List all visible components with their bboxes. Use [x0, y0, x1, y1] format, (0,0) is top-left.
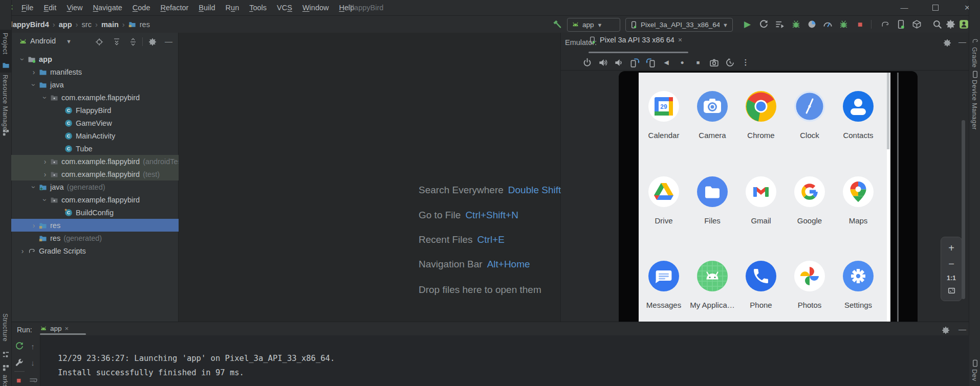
up-icon[interactable]: ↑ — [28, 342, 37, 351]
tree-row-com-example-flappybird[interactable]: ›com.example.flappybird — [11, 193, 207, 206]
hide-icon[interactable]: — — [959, 325, 966, 333]
app-messages[interactable]: Messages — [639, 260, 689, 309]
app-settings[interactable]: Settings — [833, 260, 883, 309]
phone-screen[interactable]: 29CalendarCameraChromeClockContactsDrive… — [639, 73, 890, 322]
attach-debugger-icon[interactable] — [839, 19, 848, 29]
sidebar-item-structure[interactable]: Structure — [2, 313, 9, 342]
app-google[interactable]: Google — [785, 175, 835, 225]
debug-icon[interactable] — [791, 19, 801, 29]
tree-expand-arrow[interactable]: › — [40, 170, 50, 178]
tree-expand-arrow[interactable]: › — [29, 68, 39, 76]
close-icon[interactable]: × — [678, 36, 682, 44]
profiler-icon[interactable] — [823, 19, 833, 29]
menu-edit[interactable]: Edit — [38, 0, 61, 15]
tree-row-manifests[interactable]: ›manifests — [11, 65, 195, 78]
device-manager-icon[interactable] — [896, 19, 906, 29]
menu-window[interactable]: Window — [297, 0, 334, 15]
screenshot-icon[interactable] — [709, 58, 719, 67]
tree-row-com-example-flappybird[interactable]: ›com.example.flappybird(test) — [11, 168, 207, 180]
tree-row-com-example-flappybird[interactable]: ›com.example.flappybird(androidTest) — [11, 155, 207, 168]
breadcrumb-app[interactable]: app — [59, 20, 72, 29]
app-drawer-scrollbar[interactable] — [887, 73, 889, 322]
app-my-applica-[interactable]: My Applica… — [687, 260, 737, 309]
tree-collapse-arrow[interactable]: › — [30, 182, 38, 192]
device-selector[interactable]: Pixel_3a_API_33_x86_64 ▼ — [625, 18, 733, 32]
tree-expand-arrow[interactable]: › — [29, 221, 39, 230]
app-files[interactable]: Files — [687, 175, 737, 225]
hammer-icon[interactable] — [552, 19, 562, 29]
rotate-left-icon[interactable] — [629, 58, 640, 67]
app-clock[interactable]: Clock — [785, 90, 835, 140]
device-explorer-icon[interactable] — [971, 359, 979, 367]
tree-expand-arrow[interactable]: › — [17, 247, 28, 255]
menu-vcs[interactable]: VCS — [272, 0, 297, 15]
zoom-out-button[interactable]: − — [941, 258, 962, 270]
back-icon[interactable]: ◀ — [661, 59, 671, 66]
tree-row-res[interactable]: ›res(generated) — [11, 232, 195, 244]
tree-collapse-arrow[interactable]: › — [41, 93, 49, 103]
run-console[interactable]: 12/29 23:36:27: Launching 'app' on Pixel… — [40, 335, 969, 386]
device-manager-phone-icon[interactable] — [971, 71, 979, 78]
menu-navigate[interactable]: Navigate — [88, 0, 127, 15]
resource-manager-icon[interactable] — [2, 129, 10, 137]
settings-icon[interactable] — [946, 19, 955, 29]
snapshots-icon[interactable] — [725, 58, 735, 67]
power-icon[interactable] — [582, 58, 592, 67]
minimize-icon[interactable]: — — [896, 0, 913, 15]
sidebar-item-project[interactable]: Project — [2, 33, 9, 54]
zoom-in-button[interactable]: + — [941, 242, 962, 254]
tree-collapse-arrow[interactable]: › — [30, 80, 38, 90]
bookmarks-icon[interactable] — [2, 364, 10, 372]
avatar-icon[interactable] — [959, 19, 969, 29]
menu-run[interactable]: Run — [221, 0, 245, 15]
gear-icon[interactable] — [941, 326, 950, 335]
app-gmail[interactable]: Gmail — [736, 175, 786, 225]
app-camera[interactable]: Camera — [687, 90, 737, 140]
breadcrumb-res[interactable]: res — [140, 20, 150, 29]
avd-manager-icon[interactable] — [912, 19, 922, 29]
fit-screen-icon[interactable] — [941, 286, 962, 297]
rotate-right-icon[interactable] — [645, 58, 656, 67]
run-icon[interactable]: ▶ — [743, 19, 752, 29]
app-drive[interactable]: Drive — [639, 175, 689, 225]
project-folder-icon[interactable] — [2, 61, 10, 69]
hide-icon[interactable]: — — [959, 37, 966, 46]
app-phone[interactable]: Phone — [736, 260, 786, 309]
breadcrumb-project[interactable]: FlappyBird4 — [6, 20, 49, 29]
menu-file[interactable]: File — [16, 0, 38, 15]
menu-tools[interactable]: Tools — [244, 0, 272, 15]
rerun-icon[interactable] — [15, 342, 24, 351]
tree-row-res[interactable]: ›res — [11, 219, 195, 232]
maximize-icon[interactable] — [927, 0, 944, 15]
rerun-icon[interactable] — [759, 19, 769, 29]
run-tab[interactable]: app × — [40, 325, 69, 332]
stop-icon[interactable]: ■ — [855, 19, 865, 29]
tree-row-java[interactable]: ›java(generated) — [11, 180, 195, 193]
sidebar-item-resource-manager[interactable]: Resource Manager — [2, 75, 9, 133]
sidebar-item-device-manager[interactable]: Device Manager — [971, 80, 978, 130]
search-icon[interactable] — [932, 19, 942, 29]
sidebar-item-bookmarks[interactable]: arks — [2, 375, 9, 386]
wrench-icon[interactable] — [15, 358, 24, 367]
app-chrome[interactable]: Chrome — [736, 90, 786, 140]
gear-icon[interactable] — [943, 38, 952, 48]
volume-down-icon[interactable] — [614, 58, 624, 67]
more-icon[interactable]: ⋮ — [741, 58, 751, 67]
zoom-reset-button[interactable]: 1:1 — [941, 275, 962, 282]
sync-gradle-icon[interactable] — [880, 19, 890, 29]
close-icon[interactable]: × — [65, 325, 69, 332]
app-contacts[interactable]: Contacts — [833, 90, 883, 140]
tree-row-com-example-flappybird[interactable]: ›com.example.flappybird — [11, 91, 207, 104]
down-icon[interactable]: ↓ — [28, 358, 37, 367]
scrollbar-thumb[interactable] — [887, 73, 889, 149]
tree-collapse-arrow[interactable]: › — [41, 195, 49, 205]
soft-wrap-icon[interactable] — [29, 376, 38, 385]
app-maps[interactable]: Maps — [833, 175, 883, 225]
tree-row-gradle-scripts[interactable]: ›Gradle Scripts — [11, 244, 184, 257]
apply-changes-icon[interactable] — [775, 19, 785, 29]
profile-icon[interactable] — [807, 19, 817, 29]
sidebar-item-gradle[interactable]: Gradle — [971, 47, 978, 68]
breadcrumb-main[interactable]: main — [101, 20, 119, 29]
panel-scrollbar[interactable] — [962, 120, 965, 299]
sidebar-item-device-explorer[interactable]: Dev — [971, 369, 978, 381]
